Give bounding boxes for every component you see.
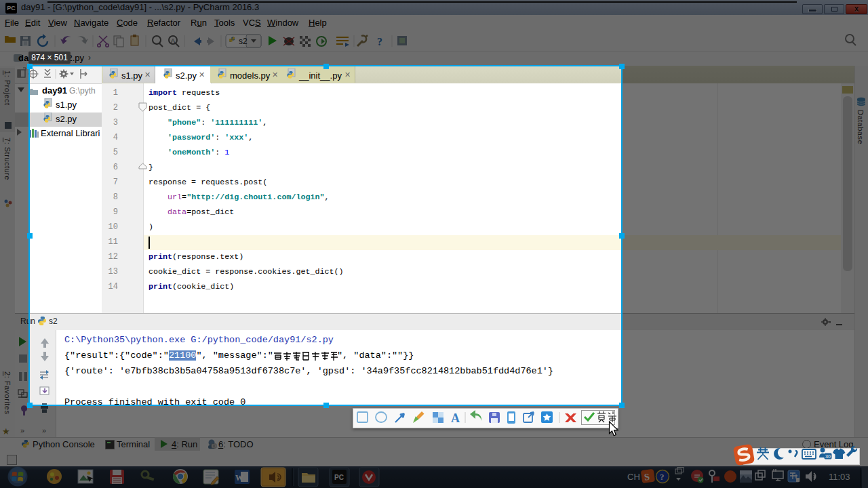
svg-text:30: 30 [825,454,831,459]
svg-text:A: A [451,411,460,425]
